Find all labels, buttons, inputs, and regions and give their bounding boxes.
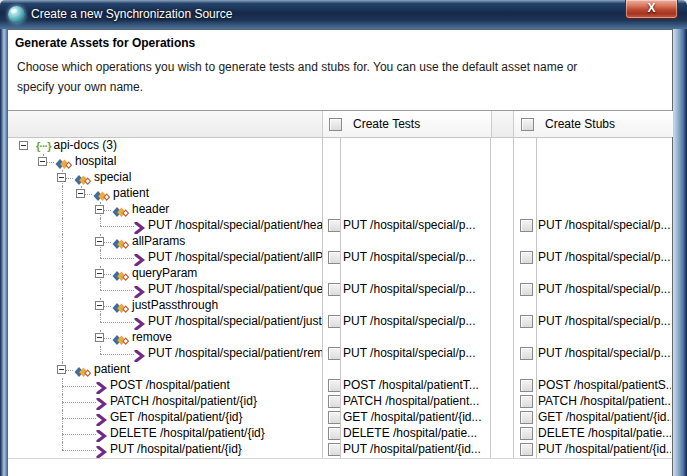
tree-indent xyxy=(35,394,54,410)
create-stub-checkbox[interactable] xyxy=(520,395,533,408)
tree-indent xyxy=(16,426,35,442)
tree-connector xyxy=(92,234,111,250)
tree-expander[interactable] xyxy=(38,157,47,166)
tree-expander[interactable] xyxy=(95,237,104,246)
tree-cell: DELETE /hospital/patient/{id} xyxy=(8,426,322,442)
tree-expander[interactable] xyxy=(19,141,28,150)
tree-expander[interactable] xyxy=(95,333,104,342)
test-name-cell[interactable]: PUT /hospital/patient/{id... xyxy=(343,442,489,458)
stub-name-cell[interactable]: PUT /hospital/special/p... xyxy=(538,250,671,266)
tree-connector xyxy=(54,442,96,458)
select-all-tests-checkbox[interactable] xyxy=(329,118,342,131)
create-stub-checkbox[interactable] xyxy=(520,219,533,232)
tree-indent xyxy=(16,202,35,218)
test-name-cell[interactable]: PUT /hospital/special/p... xyxy=(343,346,489,362)
tree-indent xyxy=(54,202,73,218)
test-name-cell[interactable]: GET /hospital/patient/{id... xyxy=(343,410,489,426)
tree-node-label[interactable]: special xyxy=(94,170,131,186)
stub-name-cell[interactable]: PUT /hospital/special/p... xyxy=(538,314,671,330)
resource-icon xyxy=(74,364,91,378)
tree-expander[interactable] xyxy=(57,365,66,374)
tree-cell: PATCH /hospital/patient/{id} xyxy=(8,394,322,410)
create-stub-checkbox[interactable] xyxy=(520,411,533,424)
stub-name-cell[interactable]: POST /hospital/patientS... xyxy=(538,378,671,394)
tree-expander[interactable] xyxy=(95,301,104,310)
tree-node-label[interactable]: justPassthrough xyxy=(132,298,218,314)
method-icon xyxy=(96,444,107,458)
tree-indent xyxy=(54,186,73,202)
stub-name-cell[interactable]: PUT /hospital/patient/{id... xyxy=(538,442,671,458)
tree-node-label[interactable]: hospital xyxy=(75,154,116,170)
window-titlebar[interactable]: Create a new Synchronization Source X xyxy=(0,0,687,29)
tree-node-label[interactable]: PATCH /hospital/patient/{id} xyxy=(110,394,257,410)
close-button[interactable]: X xyxy=(625,0,678,19)
tree-node-label[interactable]: PUT /hospital/special/patient/rem xyxy=(148,346,322,362)
tree-expander[interactable] xyxy=(76,189,85,198)
create-stub-checkbox[interactable] xyxy=(520,443,533,456)
tree-indent xyxy=(35,266,54,282)
tree-cell: {···}api-docs (3) xyxy=(8,138,322,154)
tree-connector xyxy=(92,282,134,298)
select-all-stubs-checkbox[interactable] xyxy=(521,118,534,131)
tree-node-label[interactable]: POST /hospital/patient xyxy=(110,378,230,394)
tree-node-label[interactable]: PUT /hospital/special/patient/head xyxy=(148,218,322,234)
window-frame-left xyxy=(0,29,7,476)
tree-connector xyxy=(73,186,92,202)
stub-name-cell[interactable]: PUT /hospital/special/p... xyxy=(538,346,671,362)
tree-node-label[interactable]: PUT /hospital/special/patient/quer xyxy=(148,282,322,298)
tree-node-label[interactable]: patient xyxy=(113,186,149,202)
create-stub-checkbox[interactable] xyxy=(520,251,533,264)
tree-node-label[interactable]: api-docs (3) xyxy=(54,138,117,154)
test-name-cell[interactable]: PATCH /hospital/patient... xyxy=(343,394,489,410)
dialog-window: Create a new Synchronization Source X Ge… xyxy=(0,0,687,476)
tree-node-label[interactable]: patient xyxy=(94,362,130,378)
tree-connector xyxy=(92,346,134,362)
stub-name-cell[interactable]: PUT /hospital/special/p... xyxy=(538,282,671,298)
create-stub-checkbox[interactable] xyxy=(520,347,533,360)
dialog-content: Generate Assets for Operations Choose wh… xyxy=(7,29,673,476)
test-name-cell[interactable]: PUT /hospital/special/p... xyxy=(343,282,489,298)
tree-indent xyxy=(16,410,35,426)
create-stub-checkbox[interactable] xyxy=(520,427,533,440)
stub-name-cell[interactable]: PUT /hospital/special/p... xyxy=(538,218,671,234)
tree-node-label[interactable]: GET /hospital/patient/{id} xyxy=(110,410,243,426)
stub-name-cell[interactable]: DELETE /hospital/patie... xyxy=(538,426,671,442)
tree-expander[interactable] xyxy=(95,205,104,214)
tree-node-label[interactable]: remove xyxy=(132,330,172,346)
tree-node-label[interactable]: PUT /hospital/patient/{id} xyxy=(110,442,242,458)
tree-expander[interactable] xyxy=(57,173,66,182)
tree-node-label[interactable]: PUT /hospital/special/patient/allPa xyxy=(148,250,322,266)
tree-cell: GET /hospital/patient/{id} xyxy=(8,410,322,426)
test-name-cell[interactable]: PUT /hospital/special/p... xyxy=(343,218,489,234)
tree-expander[interactable] xyxy=(95,269,104,278)
tree-indent xyxy=(54,314,73,330)
tree-node-label[interactable]: PUT /hospital/special/patient/justP xyxy=(148,314,322,330)
stub-name-cell[interactable]: GET /hospital/patient/{id... xyxy=(538,410,671,426)
tree-node-label[interactable]: DELETE /hospital/patient/{id} xyxy=(110,426,265,442)
column-divider xyxy=(490,138,491,458)
stub-name-cell[interactable]: PATCH /hospital/patient... xyxy=(538,394,671,410)
test-name-cell[interactable]: PUT /hospital/special/p... xyxy=(343,250,489,266)
tree-node-label[interactable]: header xyxy=(132,202,169,218)
create-stub-checkbox[interactable] xyxy=(520,315,533,328)
resource-icon xyxy=(112,300,129,314)
create-stub-checkbox[interactable] xyxy=(520,379,533,392)
description-line-2: specify your own name. xyxy=(17,77,577,97)
tree-indent xyxy=(35,314,54,330)
tree-cell: header xyxy=(8,202,322,218)
test-name-cell[interactable]: POST /hospital/patientT... xyxy=(343,378,489,394)
api-icon: {···} xyxy=(36,138,51,154)
tree-node-label[interactable]: allParams xyxy=(132,234,185,250)
tree-indent xyxy=(16,394,35,410)
tree-node-label[interactable]: queryParam xyxy=(132,266,197,282)
test-name-cell[interactable]: DELETE /hospital/patie... xyxy=(343,426,489,442)
tree-cell: POST /hospital/patient xyxy=(8,378,322,394)
test-name-cell[interactable]: PUT /hospital/special/p... xyxy=(343,314,489,330)
tree-connector xyxy=(54,362,73,378)
tree-indent xyxy=(73,250,92,266)
method-icon xyxy=(96,428,107,442)
create-stub-checkbox[interactable] xyxy=(520,283,533,296)
tree-indent xyxy=(54,346,73,362)
method-icon xyxy=(134,252,145,266)
resource-icon xyxy=(93,188,110,202)
